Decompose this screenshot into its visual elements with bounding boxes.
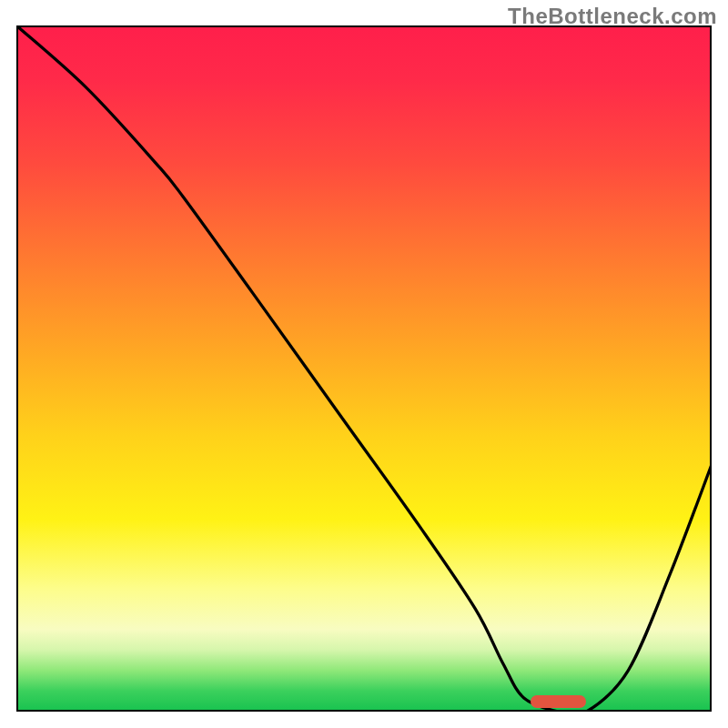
watermark-text: TheBottleneck.com <box>508 4 717 29</box>
axis-border-bottom <box>16 710 712 712</box>
bottleneck-curve <box>16 25 712 712</box>
plot-area <box>16 25 712 712</box>
curve-svg <box>16 25 712 712</box>
axis-border-left <box>16 25 18 712</box>
optimum-marker <box>531 695 586 708</box>
axis-border-right <box>710 25 712 712</box>
